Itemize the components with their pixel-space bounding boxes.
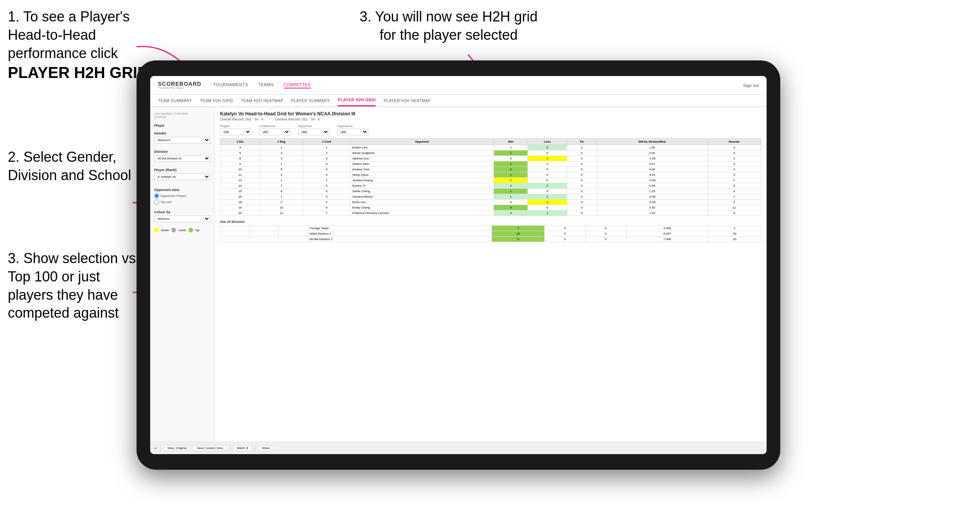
table-row: 1311Jessica Huang100-3.002 xyxy=(220,178,761,183)
gender-select[interactable]: Women's xyxy=(154,137,210,143)
opponent-filter-select[interactable]: (All) xyxy=(298,129,329,135)
table-row: 1822Euna Lee030-5.002 xyxy=(220,200,761,205)
grid-title: Katelyn Vo Head-to-Head Grid for Women's… xyxy=(220,111,761,117)
out-division-header: Out of division xyxy=(220,220,761,224)
division-record: Division Record: 331 - 34 - 6 xyxy=(275,117,320,121)
table-row: 20117Federica Domecq Lacroze2101.336 xyxy=(220,210,761,216)
toolbar-undo: ↩ xyxy=(154,446,157,450)
table-row: 1613Jessica Mason120-0.947 xyxy=(220,194,761,200)
table-row: 633Sydney Kuo010-1.003 xyxy=(220,156,761,161)
view-original-label: View: Original xyxy=(167,446,186,450)
nav-teams[interactable]: TEAMS xyxy=(258,82,273,88)
sidebar-meta: Last Updated: 27/03/202416:55:38 xyxy=(154,112,210,119)
col-div: # Div xyxy=(220,139,260,145)
gender-label: Gender xyxy=(154,131,210,135)
opponent-view-label: Opponent view xyxy=(154,188,210,192)
legend-up-dot xyxy=(188,228,193,232)
opponents-filter-select[interactable]: (All) xyxy=(337,129,368,135)
col-conf: # Conf xyxy=(303,139,350,145)
out-division-row: NCAA Division 25007.40010 xyxy=(220,237,761,242)
share-button[interactable]: Share xyxy=(258,445,273,451)
region-filter-select[interactable]: (All) xyxy=(220,129,251,135)
subnav-player-h2h-grid[interactable]: PLAYER H2H GRID xyxy=(338,95,376,106)
out-division-row: NAIA Division 115009.26730 xyxy=(220,231,761,237)
subnav-team-h2h-grid[interactable]: TEAM H2H GRID xyxy=(200,95,233,106)
col-opponent: Opponent xyxy=(350,139,494,145)
filter-conference: Conference (All) xyxy=(259,124,290,135)
tablet-screen: SCOREBOARD Powered by clippd TOURNAMENTS… xyxy=(150,76,767,454)
filter-region: Region (All) xyxy=(220,124,251,135)
nav-tournaments[interactable]: TOURNAMENTS xyxy=(213,82,248,88)
app-header: SCOREBOARD Powered by clippd TOURNAMENTS… xyxy=(150,76,767,95)
sidebar: Last Updated: 27/03/202416:55:38 Player … xyxy=(150,107,215,442)
table-row: 1125Heejo Hyun1003.333 xyxy=(220,172,761,178)
instruction-step2: 2. Select Gender, Division and School xyxy=(8,148,140,185)
main-nav: TOURNAMENTS TEAMS COMMITTEE xyxy=(213,82,731,88)
watch-button[interactable]: Watch ▾ xyxy=(233,445,252,451)
instruction-step1: 1. To see a Player's Head-to-Head perfor… xyxy=(8,8,156,83)
logo-main: SCOREBOARD xyxy=(158,81,201,87)
conference-filter-select[interactable]: (All) xyxy=(259,129,290,135)
filter-row: Region (All) Conference (All) Opponent xyxy=(220,124,761,135)
conference-filter-label: Conference xyxy=(259,124,290,128)
filter-opponent: Opponent (All) xyxy=(298,124,329,135)
toolbar-sep1 xyxy=(160,445,161,452)
table-row: 1063Andrea York2004.004 xyxy=(220,167,761,172)
col-rounds: Rounds xyxy=(708,139,761,145)
view-original-button[interactable]: View: Original xyxy=(164,445,190,451)
division-select[interactable]: NCAA Division III xyxy=(154,155,210,162)
filter-opponents: Opponents: (All) xyxy=(337,124,368,135)
table-row: 19106Emily Chang4000.3011 xyxy=(220,205,761,210)
radio-opponents-played[interactable]: Opponents Played xyxy=(154,193,210,198)
legend-up-label: Up xyxy=(195,228,199,232)
legend-level-label: Level xyxy=(178,228,186,232)
player-rank-select[interactable]: 8. Katelyn Vo xyxy=(154,173,210,180)
instruction-step3-top: 3. You will now see H2H grid for the pla… xyxy=(351,8,546,44)
tablet-frame: SCOREBOARD Powered by clippd TOURNAMENTS… xyxy=(137,60,780,470)
share-label: Share xyxy=(262,446,270,450)
legend-down-label: Down xyxy=(161,228,169,232)
radio-top100[interactable]: Top 100 xyxy=(154,200,210,205)
legend-down-dot xyxy=(154,228,159,232)
data-area: Katelyn Vo Head-to-Head Grid for Women's… xyxy=(215,107,767,442)
instruction-step3-bottom: 3. Show selection vs Top 100 or just pla… xyxy=(8,249,148,322)
region-filter-label: Region xyxy=(220,124,251,128)
opponents-filter-label: Opponents: xyxy=(337,124,368,128)
nav-committee[interactable]: COMMITTEE xyxy=(284,82,311,88)
player-rank-label: Player (Rank) xyxy=(154,168,210,172)
header-sign-out[interactable]: Sign out xyxy=(743,83,759,88)
player-section-label: Player xyxy=(154,124,210,127)
h2h-table: # Div # Reg # Conf Opponent Win Loss Tie… xyxy=(220,138,761,216)
col-tie: Tie xyxy=(567,139,597,145)
main-content: Last Updated: 27/03/202416:55:38 Player … xyxy=(150,107,767,442)
chevron-down-icon: ▾ xyxy=(247,446,248,450)
table-row: 914Sharon Mun1003.673 xyxy=(220,161,761,167)
sub-nav: TEAM SUMMARY TEAM H2H GRID TEAM H2H HEAT… xyxy=(150,95,767,107)
app-logo: SCOREBOARD Powered by clippd xyxy=(158,81,201,90)
table-row: 1585Stella Cheng1001.254 xyxy=(220,189,761,194)
colour-legend: Down Level Up xyxy=(154,228,210,232)
toolbar: ↩ View: Original Save Custom View Watch … xyxy=(150,442,767,454)
legend-level-dot xyxy=(171,228,176,232)
table-row: 522Alexis Sudjianto1004.003 xyxy=(220,150,761,156)
logo-sub: Powered by clippd xyxy=(158,87,201,90)
table-row: 311Esther Lee1011.504 xyxy=(220,145,761,150)
subnav-team-summary[interactable]: TEAM SUMMARY xyxy=(158,95,192,106)
toolbar-sep2 xyxy=(230,445,230,452)
subnav-player-h2h-heatmap[interactable]: PLAYER H2H HEATMAP xyxy=(383,95,431,106)
grid-subtitle: Overall Record: 353 - 34 - 6 Division Re… xyxy=(220,117,761,121)
col-loss: Loss xyxy=(528,139,567,145)
save-custom-view-button[interactable]: Save Custom View xyxy=(193,445,226,451)
opponent-radio-group: Opponents Played Top 100 xyxy=(154,193,210,205)
col-win: Win xyxy=(494,139,528,145)
overall-record: Overall Record: 353 - 34 - 6 xyxy=(220,117,263,121)
subnav-player-summary[interactable]: PLAYER SUMMARY xyxy=(291,95,330,106)
division-label: Division xyxy=(154,150,210,154)
save-custom-label: Save Custom View xyxy=(197,446,223,450)
subnav-team-h2h-heatmap[interactable]: TEAM H2H HEATMAP xyxy=(241,95,283,106)
col-reg: # Reg xyxy=(260,139,303,145)
colour-by-select[interactable]: Win/loss xyxy=(154,216,210,222)
out-division-table: Foreign Team1004.5002NAIA Division 11500… xyxy=(220,225,761,242)
col-diff: Diff Av Strokes/Rnd xyxy=(597,139,707,145)
colour-by-label: Colour by xyxy=(154,210,210,214)
